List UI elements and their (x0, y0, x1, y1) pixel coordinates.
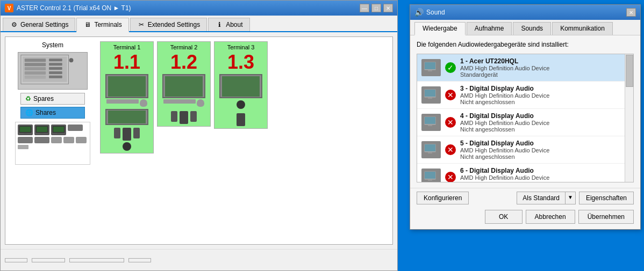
spares-button[interactable]: ♻ Spares (20, 93, 85, 105)
pc-svg (18, 52, 87, 90)
device-monitor-2 (34, 124, 49, 135)
bottom-btn-1[interactable] (5, 258, 27, 262)
aster-window: V ASTER Control 2.1 (Trial x64 ON ► T1) … (0, 0, 398, 271)
tab-kommunikation[interactable]: Kommunikation (552, 22, 613, 35)
shares-button[interactable]: 🌐 Shares (20, 107, 85, 119)
term2-speaker-l (171, 111, 177, 122)
svg-rect-37 (426, 153, 434, 155)
sound-titlebar: 🔊 Sound ✕ (410, 5, 640, 20)
svg-rect-41 (426, 181, 434, 182)
bottom-btn-4[interactable] (128, 258, 151, 262)
device-info-4: 6 - Digital Display AudioAMD High Defini… (460, 167, 622, 182)
properties-button[interactable]: Eigenschaften (579, 192, 634, 204)
device-driver-0: AMD High Definition Audio Device (460, 65, 622, 71)
term1-speaker-c (123, 128, 131, 141)
ok-button[interactable]: OK (485, 210, 523, 224)
sound-content: Die folgenden Audiowiedergabegeräte sind… (410, 35, 640, 188)
device-info-0: 1 - Acer UT220HQLAMD High Definition Aud… (460, 57, 622, 78)
default-button-split: Als Standard ▼ (517, 192, 576, 204)
device-status-text-2: Nicht angeschlossen (460, 126, 622, 133)
aster-titlebar-left: V ASTER Control 2.1 (Trial x64 ON ► T1) (5, 4, 131, 12)
apply-button[interactable]: Übernehmen (578, 210, 634, 224)
sound-titlebar-left: 🔊 Sound (414, 8, 445, 17)
scroll-thumb[interactable] (626, 55, 633, 87)
sound-device-item[interactable]: ✓1 - Acer UT220HQLAMD High Definition Au… (417, 54, 633, 82)
term3-monitor (219, 74, 262, 98)
default-button[interactable]: Als Standard (517, 192, 565, 204)
extended-icon: ✂ (137, 20, 146, 29)
close-button[interactable]: ✕ (383, 4, 393, 12)
terminal-3-panel: Terminal 3 1.3 (214, 41, 268, 129)
terminal-1-panel: Terminal 1 1.1 (100, 41, 154, 153)
svg-rect-9 (49, 67, 62, 70)
term2-kb-row (163, 99, 204, 107)
device-status-indicator-3: ✕ (445, 144, 456, 155)
tab-terminals[interactable]: 🖥 Terminals (76, 18, 128, 32)
system-devices-area (15, 122, 90, 165)
term1-mouse (140, 99, 147, 107)
device-name-3: 5 - Digital Display Audio (460, 140, 622, 147)
configure-button[interactable]: Konfigurieren (417, 192, 469, 204)
sound-device-list[interactable]: ✓1 - Acer UT220HQLAMD High Definition Au… (417, 54, 634, 182)
device-status-indicator-1: ✕ (445, 90, 456, 100)
sound-device-item[interactable]: ✕3 - Digital Display AudioAMD High Defin… (417, 82, 633, 109)
term2-speakers (171, 111, 197, 124)
tab-about[interactable]: ℹ About (208, 18, 249, 31)
device-status-indicator-4: ✕ (445, 172, 456, 182)
svg-rect-35 (425, 144, 435, 151)
tab-wiedergabe[interactable]: Wiedergabe (414, 22, 466, 35)
aster-content: System (1, 32, 397, 249)
device-status-text-1: Nicht angeschlossen (460, 99, 622, 105)
svg-rect-8 (49, 63, 62, 65)
tab-extended-settings[interactable]: ✂ Extended Settings (130, 18, 207, 31)
device-status-indicator-2: ✕ (445, 117, 456, 128)
device-status-indicator-0: ✓ (445, 62, 456, 73)
svg-rect-27 (425, 90, 435, 97)
sound-device-item[interactable]: ✕5 - Digital Display AudioAMD High Defin… (417, 136, 633, 164)
term3-speakers (237, 113, 245, 126)
svg-rect-6 (25, 76, 46, 79)
cancel-button[interactable]: Abbrechen (526, 210, 575, 224)
tab-sounds[interactable]: Sounds (513, 22, 551, 35)
term2-speaker-r (190, 111, 197, 122)
svg-rect-3 (25, 63, 46, 66)
svg-rect-32 (428, 125, 432, 126)
term1-camera (123, 142, 131, 151)
maximize-button[interactable]: □ (371, 4, 381, 12)
sound-window: 🔊 Sound ✕ Wiedergabe Aufnahme Sounds Kom… (410, 4, 641, 230)
sound-icon: 🔊 (414, 8, 423, 17)
terminal-2-panel: Terminal 2 1.2 (157, 41, 211, 127)
aster-app-icon: V (5, 4, 13, 12)
bottom-btn-3[interactable] (69, 258, 124, 262)
minimize-button[interactable]: — (360, 4, 369, 12)
tab-general-settings[interactable]: ⚙ General Settings (3, 18, 75, 31)
svg-rect-5 (25, 71, 46, 75)
device-name-0: 1 - Acer UT220HQL (460, 57, 622, 65)
term3-camera (237, 100, 245, 109)
terminal-1-number: 1.1 (113, 53, 140, 72)
sound-device-item[interactable]: ✕6 - Digital Display AudioAMD High Defin… (417, 164, 633, 182)
sound-device-item[interactable]: ✕4 - Digital Display AudioAMD High Defin… (417, 109, 633, 136)
terminals-icon: 🖥 (83, 20, 92, 29)
term1-speaker-l (114, 128, 120, 138)
sound-title: Sound (426, 9, 445, 16)
device-monitor-3 (51, 124, 66, 135)
aster-tabs: ⚙ General Settings 🖥 Terminals ✂ Extende… (1, 16, 397, 32)
default-dropdown-arrow[interactable]: ▼ (565, 192, 575, 204)
svg-rect-21 (57, 133, 60, 134)
svg-rect-39 (425, 172, 435, 179)
svg-rect-24 (428, 70, 432, 71)
device-image-2 (421, 114, 441, 131)
term1-speaker-r (133, 128, 140, 138)
device-name-4: 6 - Digital Display Audio (460, 167, 622, 174)
terminal-2-number: 1.2 (170, 53, 197, 72)
bottom-btn-2[interactable] (32, 258, 65, 262)
scroll-bar[interactable] (625, 54, 633, 182)
sound-close-button[interactable]: ✕ (626, 8, 636, 17)
tab-aufnahme[interactable]: Aufnahme (467, 22, 512, 35)
device-image-3 (421, 141, 441, 158)
term1-monitor2 (105, 109, 148, 125)
term1-speakers (114, 128, 140, 141)
device-status-text-0: Standardgerät (460, 71, 622, 78)
device-monitor-1 (18, 124, 33, 135)
